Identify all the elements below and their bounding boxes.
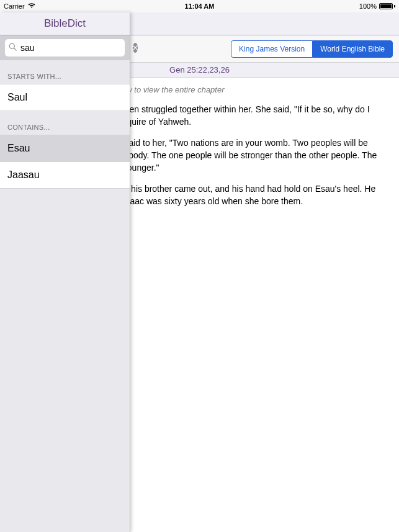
search-icon <box>9 42 17 53</box>
search-field[interactable] <box>5 39 125 56</box>
result-item[interactable]: Esau <box>0 135 130 162</box>
result-item[interactable]: Jaasau <box>0 162 130 189</box>
version-segmented[interactable]: King James Version World English Bible <box>231 40 393 58</box>
battery-percent: 100% <box>359 2 377 10</box>
section-contains: CONTAINS... <box>0 111 130 135</box>
search-results[interactable]: STARTS WITH... Saul CONTAINS... EsauJaas… <box>0 60 130 532</box>
svg-line-1 <box>14 48 17 51</box>
status-bar: Carrier 11:04 AM 100% <box>0 0 399 12</box>
tab-kjv[interactable]: King James Version <box>231 40 312 58</box>
battery-icon <box>379 3 395 9</box>
carrier-label: Carrier <box>4 2 25 10</box>
panel-title: BibleDict <box>0 12 130 35</box>
result-item[interactable]: Saul <box>0 84 130 111</box>
wifi-icon <box>27 2 36 10</box>
search-input[interactable] <box>17 43 133 53</box>
clock: 11:04 AM <box>185 2 215 10</box>
clear-search-button[interactable] <box>133 43 138 53</box>
search-panel: BibleDict STARTS WITH... Saul CONTAINS..… <box>0 12 130 532</box>
section-starts-with: STARTS WITH... <box>0 60 130 84</box>
tab-web[interactable]: World English Bible <box>312 40 393 58</box>
